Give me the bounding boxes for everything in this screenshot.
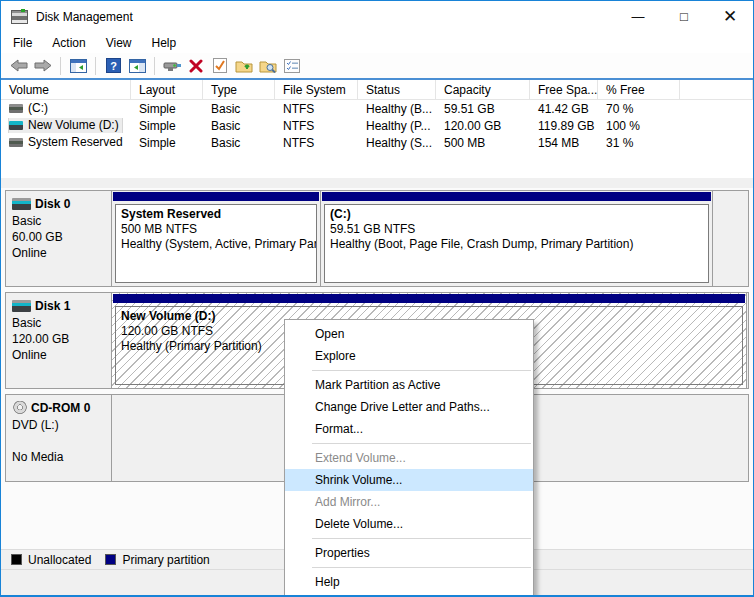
cell-capacity: 59.51 GB	[436, 102, 530, 116]
cell-type: Basic	[203, 136, 275, 150]
toolbar-separator	[95, 57, 96, 75]
check-doc-icon[interactable]	[210, 57, 230, 75]
volume-list: VolumeLayoutTypeFile SystemStatusCapacit…	[1, 80, 753, 178]
column-header-layout[interactable]: Layout	[131, 80, 203, 99]
disk-info-line: No Media	[12, 449, 107, 465]
menu-separator	[312, 370, 531, 371]
context-menu-item-properties[interactable]: Properties	[285, 542, 533, 564]
volume-name-cell[interactable]: (C:)	[1, 101, 131, 116]
volume-name: System Reserved	[28, 135, 123, 149]
disk-info-line: Online	[12, 245, 107, 261]
volume-name-cell[interactable]: New Volume (D:)	[1, 118, 131, 133]
delete-icon[interactable]	[186, 57, 206, 75]
cell-pct-free: 100 %	[598, 119, 680, 133]
cell-free-space: 41.42 GB	[530, 102, 598, 116]
column-header-free[interactable]: % Free	[598, 80, 680, 99]
cd-rom-icon	[12, 401, 28, 415]
disk-label-disk-1[interactable]: Disk 1Basic120.00 GBOnline	[6, 293, 112, 388]
column-header-status[interactable]: Status	[358, 80, 436, 99]
forward-icon[interactable]	[33, 57, 53, 75]
back-icon[interactable]	[9, 57, 29, 75]
menu-view[interactable]: View	[96, 34, 142, 52]
cell-capacity: 120.00 GB	[436, 119, 530, 133]
volume-row-new-volume-d[interactable]: New Volume (D:)SimpleBasicNTFSHealthy (P…	[1, 117, 753, 134]
volume-name-cell[interactable]: System Reserved	[1, 135, 131, 150]
partition-title: System Reserved	[121, 207, 311, 222]
context-menu: OpenExploreMark Partition as ActiveChang…	[284, 319, 534, 597]
partition-line2: 59.51 GB NTFS	[330, 222, 703, 237]
volume-name: (C:)	[28, 101, 48, 115]
menu-action[interactable]: Action	[42, 34, 95, 52]
partition-color-bar	[113, 294, 745, 303]
context-menu-item-mark-partition-as-active[interactable]: Mark Partition as Active	[285, 374, 533, 396]
partition-color-bar	[113, 192, 319, 201]
disk-drive-icon	[12, 300, 31, 312]
column-header-file-system[interactable]: File System	[275, 80, 358, 99]
context-menu-item-shrink-volume[interactable]: Shrink Volume...	[285, 469, 533, 491]
menu-bar: FileActionViewHelp	[1, 32, 753, 53]
disk-info-line: DVD (L:)	[12, 417, 107, 433]
properties-list-icon[interactable]	[282, 57, 302, 75]
context-menu-item-format[interactable]: Format...	[285, 418, 533, 440]
partition-line3: Healthy (System, Active, Primary Partiti…	[121, 237, 311, 252]
context-menu-item-open[interactable]: Open	[285, 323, 533, 345]
cell-type: Basic	[203, 119, 275, 133]
legend-swatch	[105, 554, 116, 565]
context-menu-item-delete-volume[interactable]: Delete Volume...	[285, 513, 533, 535]
disk-name: Disk 1	[35, 299, 70, 313]
partition-info-box[interactable]: System Reserved500 MB NTFSHealthy (Syste…	[115, 204, 317, 283]
partition-c[interactable]: (C:)59.51 GB NTFSHealthy (Boot, Page Fil…	[321, 191, 713, 286]
maximize-button[interactable]: □	[661, 1, 707, 32]
context-menu-item-help[interactable]: Help	[285, 571, 533, 593]
disk-info-line: Online	[12, 347, 107, 363]
menu-help[interactable]: Help	[142, 34, 187, 52]
cell-status: Healthy (S...	[358, 136, 436, 150]
menu-separator	[312, 567, 531, 568]
cell-pct-free: 31 %	[598, 136, 680, 150]
context-menu-item-extend-volume: Extend Volume...	[285, 447, 533, 469]
partition-info-box[interactable]: (C:)59.51 GB NTFSHealthy (Boot, Page Fil…	[324, 204, 709, 283]
partition-line3: Healthy (Boot, Page File, Crash Dump, Pr…	[330, 237, 703, 252]
partition-area: System Reserved500 MB NTFSHealthy (Syste…	[112, 191, 748, 286]
volume-row-system-reserved[interactable]: System ReservedSimpleBasicNTFSHealthy (S…	[1, 134, 753, 151]
volume-disk-icon	[9, 138, 23, 147]
minimize-button[interactable]: —	[615, 1, 661, 32]
pane-splitter[interactable]	[1, 178, 753, 188]
menu-separator	[312, 443, 531, 444]
cell-layout: Simple	[131, 102, 203, 116]
explore-folder-icon[interactable]	[258, 57, 278, 75]
column-header-type[interactable]: Type	[203, 80, 275, 99]
open-folder-icon[interactable]	[234, 57, 254, 75]
column-header-capacity[interactable]: Capacity	[436, 80, 530, 99]
legend-item-primary-partition: Primary partition	[105, 553, 209, 567]
title-bar: Disk Management — □ ✕	[1, 1, 753, 32]
cell-free-space: 154 MB	[530, 136, 598, 150]
cell-free-space: 119.89 GB	[530, 119, 598, 133]
disk-view-icon[interactable]	[162, 57, 182, 75]
disk-label-cd-rom-0[interactable]: CD-ROM 0DVD (L:)No Media	[6, 395, 112, 481]
disk-info-line: 60.00 GB	[12, 229, 107, 245]
context-menu-item-change-drive-letter-and-paths[interactable]: Change Drive Letter and Paths...	[285, 396, 533, 418]
disk-label-disk-0[interactable]: Disk 0Basic60.00 GBOnline	[6, 191, 112, 286]
disk-name: Disk 0	[35, 197, 70, 211]
window-title: Disk Management	[36, 10, 133, 24]
volume-name: New Volume (D:)	[28, 118, 119, 132]
close-button[interactable]: ✕	[707, 1, 753, 32]
legend-label: Unallocated	[28, 553, 91, 567]
action-pane-icon[interactable]	[127, 57, 147, 75]
disk-name: CD-ROM 0	[31, 401, 90, 415]
column-header-free-spa[interactable]: Free Spa...	[530, 80, 598, 99]
partition-system-reserved[interactable]: System Reserved500 MB NTFSHealthy (Syste…	[112, 191, 321, 286]
context-menu-item-explore[interactable]: Explore	[285, 345, 533, 367]
column-header-volume[interactable]: Volume	[1, 80, 131, 99]
svg-text:?: ?	[110, 60, 117, 72]
help-icon[interactable]: ?	[103, 57, 123, 75]
volume-row-c[interactable]: (C:)SimpleBasicNTFSHealthy (B...59.51 GB…	[1, 100, 753, 117]
partition-color-bar	[322, 192, 711, 201]
cell-layout: Simple	[131, 119, 203, 133]
console-tree-icon[interactable]	[68, 57, 88, 75]
menu-file[interactable]: File	[3, 34, 42, 52]
legend-label: Primary partition	[122, 553, 209, 567]
context-menu-item-add-mirror: Add Mirror...	[285, 491, 533, 513]
cell-layout: Simple	[131, 136, 203, 150]
